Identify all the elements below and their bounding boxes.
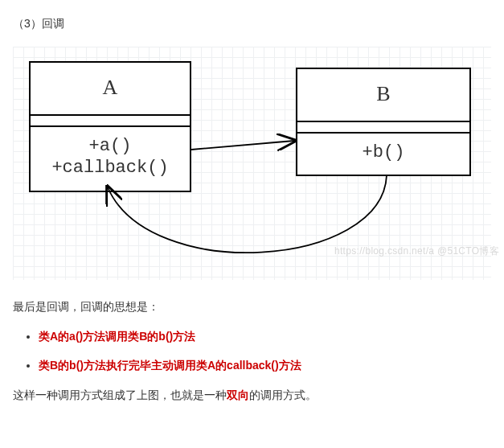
uml-class-a-methods: +a() +callback() xyxy=(31,127,190,191)
uml-class-a-name: A xyxy=(31,63,190,116)
list-item: 类B的b()方法执行完毕主动调用类A的callback()方法 xyxy=(39,356,491,374)
uml-class-b-name: B xyxy=(297,69,469,122)
intro-text: 最后是回调，回调的思想是： xyxy=(13,298,491,315)
conclusion-emphasis: 双向 xyxy=(227,388,249,401)
conclusion-post: 的调用方式。 xyxy=(249,388,317,401)
uml-class-a: A +a() +callback() xyxy=(29,61,191,192)
list-item: 类A的a()方法调用类B的b()方法 xyxy=(39,327,491,345)
arrow-a-to-b xyxy=(191,141,294,150)
uml-class-b-methods: +b() xyxy=(297,134,469,175)
callback-diagram: A +a() +callback() B +b() xyxy=(13,47,491,280)
uml-class-b-attrs xyxy=(297,122,469,134)
bullet-list: 类A的a()方法调用类B的b()方法 类B的b()方法执行完毕主动调用类A的ca… xyxy=(13,327,491,375)
uml-class-a-attrs xyxy=(31,116,190,127)
conclusion-text: 这样一种调用方式组成了上图，也就是一种双向的调用方式。 xyxy=(13,386,491,404)
section-heading: （3）回调 xyxy=(13,14,491,32)
uml-class-b: B +b() xyxy=(296,68,471,176)
conclusion-pre: 这样一种调用方式组成了上图，也就是一种 xyxy=(13,388,227,401)
